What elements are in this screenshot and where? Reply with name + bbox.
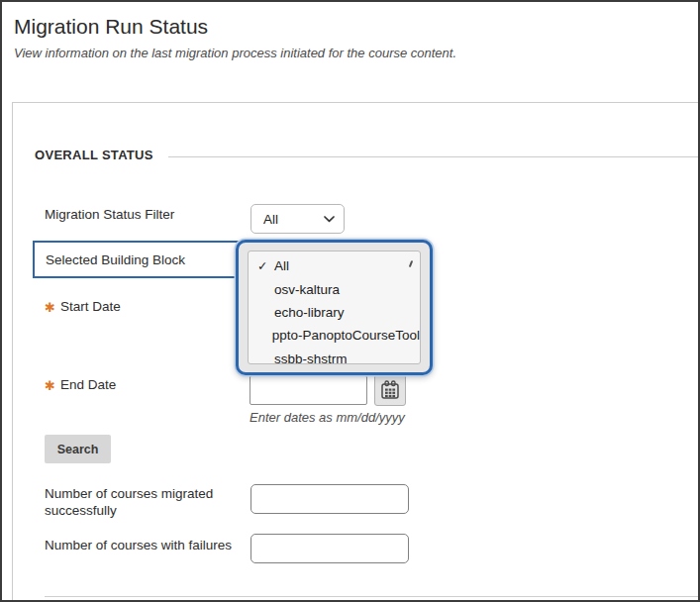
section-header: OVERALL STATUS (35, 148, 153, 162)
building-block-dropdown: ✓ All osv-kaltura echo-library ppto-Pano… (236, 240, 433, 375)
checkmark-icon: ✓ (257, 258, 274, 273)
migration-status-filter-value: All (263, 212, 278, 227)
migration-status-filter-select[interactable]: All (250, 204, 345, 234)
end-date-row: ✱ End Date (45, 377, 116, 394)
start-date-label: Start Date (60, 299, 121, 314)
courses-migrated-input[interactable] (250, 484, 409, 514)
courses-migrated-label: Number of courses migrated successfully (45, 485, 233, 519)
end-date-input[interactable] (250, 375, 367, 405)
calendar-icon (379, 379, 401, 401)
end-date-label: End Date (60, 377, 116, 392)
calendar-picker-button[interactable] (374, 374, 406, 406)
required-asterisk-icon: ✱ (45, 299, 55, 316)
dropdown-option-ppto-panoptocoursetool[interactable]: ppto-PanoptoCourseTool (257, 324, 420, 347)
migration-run-status-page: Migration Run Status View information on… (0, 0, 700, 602)
dropdown-option-echo-library[interactable]: echo-library (257, 301, 420, 324)
selected-building-block-label: Selected Building Block (33, 241, 245, 278)
bottom-divider (45, 596, 698, 597)
section-divider (168, 156, 698, 157)
migration-status-filter-label: Migration Status Filter (45, 207, 174, 222)
start-date-row: ✱ Start Date (45, 299, 121, 316)
dropdown-option-osv-kaltura[interactable]: osv-kaltura (257, 277, 420, 300)
dropdown-option-all[interactable]: ✓ All (257, 254, 420, 277)
courses-failures-input[interactable] (250, 534, 409, 563)
courses-failures-label: Number of courses with failures (45, 537, 257, 553)
required-asterisk-icon: ✱ (45, 377, 55, 394)
page-subtitle: View information on the last migration p… (14, 46, 456, 60)
search-button[interactable]: Search (45, 435, 111, 463)
dropdown-option-ssbb-shstrm[interactable]: ssbb-shstrm (257, 348, 420, 364)
building-block-option-list: ✓ All osv-kaltura echo-library ppto-Pano… (248, 251, 421, 364)
date-format-hint: Enter dates as mm/dd/yyyy (250, 410, 405, 425)
chevron-down-icon (324, 216, 335, 223)
page-title: Migration Run Status (14, 15, 208, 39)
